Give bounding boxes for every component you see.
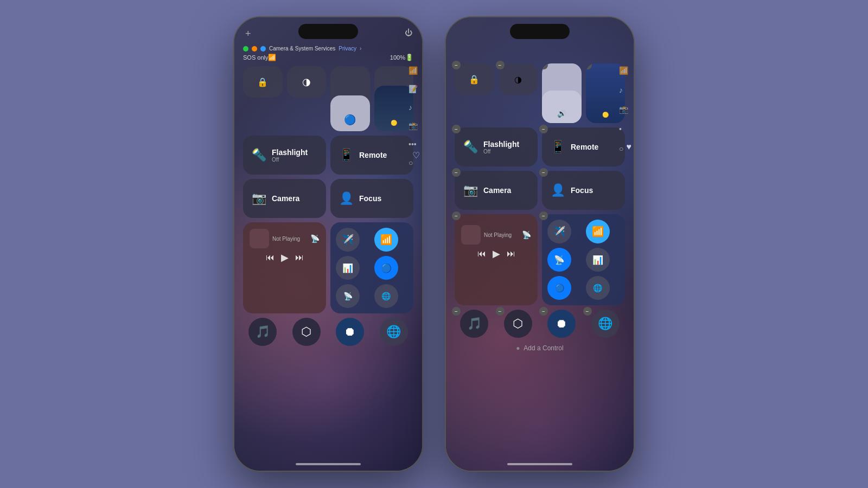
minus-badge-8[interactable]: − [539,168,548,177]
edit-cellular-btn[interactable]: 📊 [586,248,610,272]
edit-focus-btn-2[interactable]: 🌐 [586,276,610,300]
brightness-slider[interactable]: 🟡 [374,66,414,131]
home-indicator-1 [296,463,361,465]
minus-badge-6[interactable]: − [539,125,548,133]
dark-mode-btn[interactable]: ◑ [287,66,327,98]
add-dot-icon: ● [516,344,520,352]
side-notes-icon: 📝 [409,85,418,93]
edit-wifi-btn-2[interactable]: 📡 [547,248,571,272]
app-icon-row: 🎵 ⬡ ⏺ 🌐 [243,318,413,346]
flashlight-text: Flashlight Off [272,148,308,163]
edit-translate-btn[interactable]: 🌐 [591,310,620,338]
focus-btn[interactable]: 👤 Focus [330,179,413,218]
edit-camera-btn[interactable]: − 📷 Camera [455,171,538,210]
remote-btn[interactable]: 📱 Remote [330,136,413,175]
minus-badge-4[interactable]: − [586,63,592,69]
wifi-icon: 📶 [268,54,276,61]
edit-layers-btn[interactable]: ⬡ [504,310,532,338]
edit-app-row: − 🎵 − ⬡ − ⏺ − 🌐 [455,310,625,338]
edit-volume-slider[interactable]: − 🔊 [542,63,582,123]
edit-focus-btn[interactable]: − 👤 Focus [542,171,625,210]
camera-dot [243,46,248,52]
phone-2: − 🔒 − ◑ − 🔊 − 🟡 − 🔦 [445,16,635,472]
side2-dots-icon: • [619,125,628,133]
edit-flashlight-sub: Off [483,149,519,155]
edit-forward-btn[interactable]: ⏭ [507,249,515,259]
media-player[interactable]: Not Playing 📡 ⏮ ▶ ⏭ [243,222,326,313]
minus-badge-13[interactable]: − [539,307,548,316]
dark-mode-icon: ◑ [302,76,311,88]
edit-media-title: Not Playing [484,232,512,238]
remote-icon: 📱 [339,148,354,162]
power-icon[interactable]: ⏻ [405,28,412,37]
edit-lock-icon: 🔒 [469,74,480,85]
shazam-btn[interactable]: 🎵 [248,318,277,346]
edit-media-player[interactable]: − Not Playing 📡 ⏮ ▶ ⏭ [455,214,538,305]
add-control-label[interactable]: Add a Control [524,344,563,352]
privacy-link[interactable]: Privacy [339,46,356,52]
flashlight-btn[interactable]: 🔦 Flashlight Off [243,136,326,175]
privacy-label: Camera & System Services [269,46,335,52]
camera-label: Camera [272,194,299,203]
edit-flashlight-label: Flashlight [483,140,519,149]
edit-dark-btn[interactable]: − ◑ [499,63,538,95]
rewind-btn[interactable]: ⏮ [266,253,275,262]
privacy-bar: Camera & System Services Privacy › [243,46,413,52]
minus-badge-12[interactable]: − [496,307,505,316]
vol-icon-2: 🔊 [557,109,566,118]
edit-connectivity-grid: − ✈️ 📶 📡 📊 🔵 🌐 [542,214,625,305]
record-btn[interactable]: ⏺ [336,318,364,346]
status-bar: Camera & System Services Privacy › SOS o… [243,46,413,61]
edit-focus-text: Focus [571,186,593,195]
minus-badge-5[interactable]: − [452,125,461,133]
edit-play-btn[interactable]: ▶ [493,248,500,260]
edit-rewind-btn[interactable]: ⏮ [477,249,486,259]
rotation-lock-btn[interactable]: 🔒 [243,66,283,98]
top-controls: 🔒 ◑ 🔊 🔵 🟡 [243,66,413,131]
minus-badge-7[interactable]: − [452,168,461,177]
forward-btn[interactable]: ⏭ [295,253,304,262]
airplane-btn[interactable]: ✈️ [336,228,360,252]
edit-flashlight-btn[interactable]: − 🔦 Flashlight Off [455,127,538,166]
add-button[interactable]: + [245,28,251,40]
minus-badge-2[interactable]: − [496,61,505,69]
edit-shazam-btn[interactable]: 🎵 [460,310,488,338]
volume-slider[interactable]: 🔊 🔵 [330,66,370,131]
edit-airplane-btn[interactable]: ✈️ [547,220,571,243]
edit-layers-wrap: − ⬡ [499,310,538,338]
media-connectivity-row: Not Playing 📡 ⏮ ▶ ⏭ ✈️ 📶 📊 🔵 📡 🌐 [243,222,413,313]
edit-remote-btn[interactable]: − 📱 Remote [542,127,625,166]
edit-airplay-icon[interactable]: 📡 [522,230,531,239]
add-control-row[interactable]: ● Add a Control [455,344,625,352]
remote-label: Remote [359,151,387,159]
flashlight-sub: Off [272,157,308,163]
minus-badge-1[interactable]: − [452,61,461,69]
edit-remote-icon: 📱 [551,140,565,154]
edit-media-row: − Not Playing 📡 ⏮ ▶ ⏭ − ✈️ 📶 📡 📊 🔵 [455,214,625,305]
minus-badge-14[interactable]: − [583,307,592,316]
wifi-btn-2[interactable]: 📡 [336,284,360,308]
minus-badge-11[interactable]: − [452,307,461,316]
cellular-btn[interactable]: 📊 [336,256,360,280]
edit-lock-btn[interactable]: − 🔒 [455,63,494,95]
edit-bluetooth-btn[interactable]: 🔵 [547,276,571,300]
flashlight-label: Flashlight [272,148,308,157]
connectivity-grid: ✈️ 📶 📊 🔵 📡 🌐 [330,222,413,313]
layers-btn[interactable]: ⬡ [292,318,321,346]
play-btn[interactable]: ▶ [281,252,289,264]
bluetooth-btn[interactable]: 🔵 [374,256,398,280]
minus-badge-9[interactable]: − [452,211,461,220]
minus-badge-3[interactable]: − [542,63,548,69]
wifi-btn[interactable]: 📶 [374,228,398,252]
edit-record-btn[interactable]: ⏺ [547,310,576,338]
edit-wifi-btn[interactable]: 📶 [586,220,610,243]
battery-icon: 🔋 [405,54,413,61]
focus-btn-2[interactable]: 🌐 [374,284,398,308]
side-dots-icon: ••• [409,140,418,149]
translate-btn[interactable]: 🌐 [380,318,408,346]
camera-btn[interactable]: 📷 Camera [243,179,326,218]
edit-camera-label: Camera [483,186,511,195]
remote-text: Remote [359,151,387,159]
airplay-icon[interactable]: 📡 [310,234,320,243]
minus-badge-10[interactable]: − [539,211,548,220]
